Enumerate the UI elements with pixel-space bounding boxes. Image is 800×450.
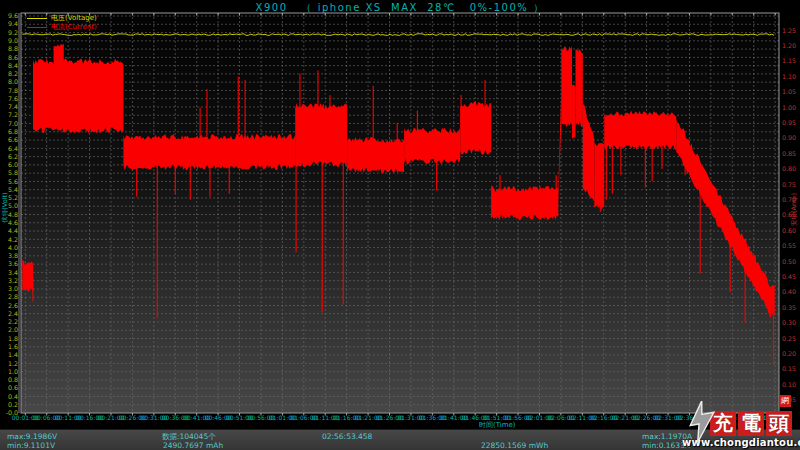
watermark-small-char: 網 xyxy=(779,395,791,407)
svg-text:2.8: 2.8 xyxy=(8,293,18,300)
svg-text:9.0: 9.0 xyxy=(8,37,18,44)
svg-text:0.40: 0.40 xyxy=(782,288,796,295)
svg-text:3.2: 3.2 xyxy=(8,277,18,284)
svg-text:0.25: 0.25 xyxy=(782,335,796,342)
svg-text:7.6: 7.6 xyxy=(8,95,18,102)
svg-text:9.4: 9.4 xyxy=(8,20,18,27)
svg-text:6.4: 6.4 xyxy=(8,145,18,152)
svg-text:3.6: 3.6 xyxy=(8,260,18,267)
svg-text:8.2: 8.2 xyxy=(8,70,18,77)
svg-text:0.45: 0.45 xyxy=(782,273,796,280)
status-voltage-max: max:9.1986V xyxy=(7,432,57,441)
svg-text:0.75: 0.75 xyxy=(782,181,796,188)
svg-text:6.6: 6.6 xyxy=(8,136,18,143)
svg-text:3.8: 3.8 xyxy=(8,252,18,259)
svg-text:6.0: 6.0 xyxy=(8,161,18,168)
svg-text:7.0: 7.0 xyxy=(8,120,18,127)
svg-text:2.2: 2.2 xyxy=(8,318,18,325)
svg-text:0.2: 0.2 xyxy=(8,401,18,408)
svg-text:8.4: 8.4 xyxy=(8,62,18,69)
svg-text:0.30: 0.30 xyxy=(782,319,796,326)
svg-text:4.0: 4.0 xyxy=(8,244,18,251)
svg-text:1.0: 1.0 xyxy=(8,368,18,375)
svg-text:5.6: 5.6 xyxy=(8,178,18,185)
status-energy-mwh: 22850.1569 mWh xyxy=(481,441,548,450)
svg-text:0.80: 0.80 xyxy=(782,165,796,172)
svg-text:0.4: 0.4 xyxy=(8,393,18,400)
svg-text:0.8: 0.8 xyxy=(8,376,18,383)
svg-text:0.55: 0.55 xyxy=(782,242,796,249)
watermark: 充 電 頭 網 www.chongdiantou.com xyxy=(682,394,800,450)
svg-text:1.20: 1.20 xyxy=(782,42,796,49)
svg-text:4.6: 4.6 xyxy=(8,219,18,226)
svg-text:2.4: 2.4 xyxy=(8,310,18,317)
watermark-brand-blocks: 充 電 頭 xyxy=(710,411,794,436)
svg-text:1.15: 1.15 xyxy=(782,57,796,64)
svg-text:7.4: 7.4 xyxy=(8,103,18,110)
svg-text:1.6: 1.6 xyxy=(8,343,18,350)
svg-text:0.70: 0.70 xyxy=(782,196,796,203)
svg-text:5.4: 5.4 xyxy=(8,186,18,193)
svg-text:1.00: 1.00 xyxy=(782,104,796,111)
svg-text:8.6: 8.6 xyxy=(8,54,18,61)
status-voltage-min: min:9.1101V xyxy=(7,441,55,450)
svg-text:0.10: 0.10 xyxy=(782,381,796,388)
svg-text:7.2: 7.2 xyxy=(8,111,18,118)
plot-background xyxy=(21,13,779,413)
svg-text:9.6: 9.6 xyxy=(8,12,18,19)
svg-text:4.4: 4.4 xyxy=(8,227,18,234)
watermark-char-2: 電 xyxy=(738,411,764,436)
svg-text:0.15: 0.15 xyxy=(782,365,796,372)
chart-canvas: 9.69.49.29.08.88.68.48.28.07.87.67.47.27… xyxy=(0,0,800,429)
svg-text:6.8: 6.8 xyxy=(8,128,18,135)
svg-text:0.60: 0.60 xyxy=(782,227,796,234)
svg-text:1.10: 1.10 xyxy=(782,73,796,80)
svg-text:0.95: 0.95 xyxy=(782,119,796,126)
svg-text:3.4: 3.4 xyxy=(8,269,18,276)
svg-text:9.2: 9.2 xyxy=(8,29,18,36)
svg-text:8.0: 8.0 xyxy=(8,78,18,85)
svg-text:1.25: 1.25 xyxy=(782,27,796,34)
svg-text:2.6: 2.6 xyxy=(8,302,18,309)
svg-text:0.85: 0.85 xyxy=(782,150,796,157)
svg-text:0.50: 0.50 xyxy=(782,258,796,265)
svg-text:5.2: 5.2 xyxy=(8,194,18,201)
svg-text:0.20: 0.20 xyxy=(782,350,796,357)
lightning-bolt-icon xyxy=(684,399,722,444)
svg-text:2.0: 2.0 xyxy=(8,326,18,333)
svg-text:1.2: 1.2 xyxy=(8,360,18,367)
status-bar: max:9.1986V min:9.1101V 数据:104045个 2490.… xyxy=(0,429,800,450)
chart-plot-area[interactable]: 9.69.49.29.08.88.68.48.28.07.87.67.47.27… xyxy=(0,0,800,429)
svg-text:3.0: 3.0 xyxy=(8,285,18,292)
svg-text:1.8: 1.8 xyxy=(8,335,18,342)
watermark-char-3: 頭 xyxy=(766,411,792,436)
status-duration: 02:56:53.458 xyxy=(322,432,372,441)
svg-text:0.90: 0.90 xyxy=(782,134,796,141)
svg-text:5.0: 5.0 xyxy=(8,202,18,209)
svg-text:8.8: 8.8 xyxy=(8,45,18,52)
svg-text:6.2: 6.2 xyxy=(8,153,18,160)
svg-text:4.2: 4.2 xyxy=(8,236,18,243)
svg-text:5.8: 5.8 xyxy=(8,169,18,176)
svg-text:0.35: 0.35 xyxy=(782,304,796,311)
app-window: X900 （ iphone XS MAX 28℃ 0%-100% ） 9.69.… xyxy=(0,0,800,450)
svg-text:4.8: 4.8 xyxy=(8,211,18,218)
svg-text:0.6: 0.6 xyxy=(8,384,18,391)
status-capacity-mah: 2490.7697 mAh xyxy=(163,441,223,450)
svg-text:1.4: 1.4 xyxy=(8,351,18,358)
svg-text:7.8: 7.8 xyxy=(8,87,18,94)
svg-text:1.05: 1.05 xyxy=(782,88,796,95)
svg-text:0.65: 0.65 xyxy=(782,211,796,218)
